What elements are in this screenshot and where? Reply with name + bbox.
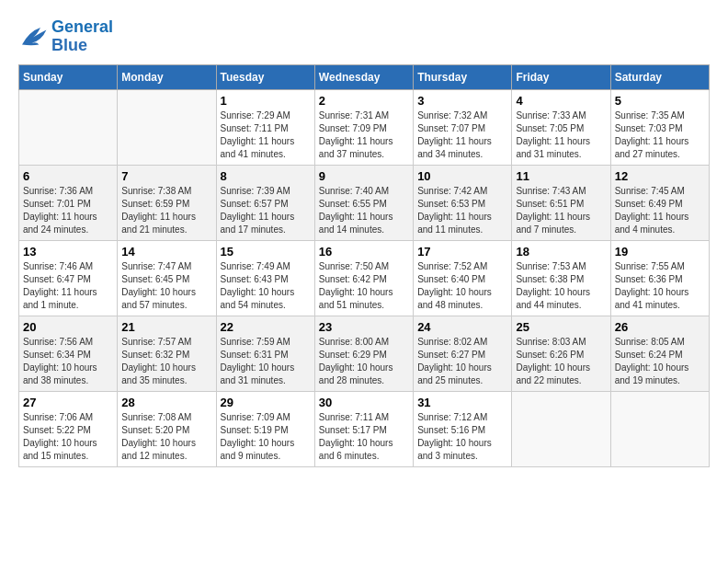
calendar-cell: 27Sunrise: 7:06 AM Sunset: 5:22 PM Dayli…: [19, 391, 118, 466]
weekday-header-saturday: Saturday: [610, 64, 709, 89]
calendar-cell: 17Sunrise: 7:52 AM Sunset: 6:40 PM Dayli…: [414, 240, 512, 316]
page-header: General Blue: [18, 18, 710, 55]
calendar-cell: 8Sunrise: 7:39 AM Sunset: 6:57 PM Daylig…: [216, 165, 314, 240]
day-number: 16: [319, 245, 409, 259]
calendar-week-5: 27Sunrise: 7:06 AM Sunset: 5:22 PM Dayli…: [19, 391, 710, 466]
day-info: Sunrise: 7:53 AM Sunset: 6:38 PM Dayligh…: [516, 260, 606, 312]
weekday-header-thursday: Thursday: [414, 64, 512, 89]
day-info: Sunrise: 7:59 AM Sunset: 6:31 PM Dayligh…: [221, 336, 311, 387]
calendar-cell: [19, 89, 118, 165]
day-number: 4: [516, 94, 606, 108]
calendar-cell: 29Sunrise: 7:09 AM Sunset: 5:19 PM Dayli…: [216, 391, 314, 466]
day-info: Sunrise: 7:47 AM Sunset: 6:45 PM Dayligh…: [121, 260, 211, 312]
day-info: Sunrise: 7:50 AM Sunset: 6:42 PM Dayligh…: [319, 260, 409, 312]
day-number: 7: [121, 169, 211, 183]
day-number: 29: [221, 396, 311, 409]
calendar-cell: 26Sunrise: 8:05 AM Sunset: 6:24 PM Dayli…: [610, 316, 709, 391]
calendar-week-3: 13Sunrise: 7:46 AM Sunset: 6:47 PM Dayli…: [19, 240, 710, 316]
day-info: Sunrise: 7:56 AM Sunset: 6:34 PM Dayligh…: [23, 336, 113, 387]
day-info: Sunrise: 8:00 AM Sunset: 6:29 PM Dayligh…: [319, 336, 409, 387]
day-info: Sunrise: 7:49 AM Sunset: 6:43 PM Dayligh…: [221, 260, 311, 312]
calendar-cell: 12Sunrise: 7:45 AM Sunset: 6:49 PM Dayli…: [610, 165, 709, 240]
calendar-cell: 3Sunrise: 7:32 AM Sunset: 7:07 PM Daylig…: [414, 89, 512, 165]
day-info: Sunrise: 7:42 AM Sunset: 6:53 PM Dayligh…: [417, 185, 507, 236]
day-info: Sunrise: 8:03 AM Sunset: 6:26 PM Dayligh…: [516, 336, 606, 387]
calendar-cell: 31Sunrise: 7:12 AM Sunset: 5:16 PM Dayli…: [414, 391, 512, 466]
calendar-cell: 4Sunrise: 7:33 AM Sunset: 7:05 PM Daylig…: [512, 89, 610, 165]
day-info: Sunrise: 7:43 AM Sunset: 6:51 PM Dayligh…: [516, 185, 606, 236]
calendar-cell: [118, 89, 216, 165]
calendar-cell: [512, 391, 610, 466]
day-number: 12: [615, 169, 705, 183]
calendar-cell: 5Sunrise: 7:35 AM Sunset: 7:03 PM Daylig…: [610, 89, 709, 165]
day-number: 3: [417, 94, 507, 108]
day-number: 17: [417, 245, 507, 259]
calendar-cell: [610, 391, 709, 466]
day-info: Sunrise: 7:35 AM Sunset: 7:03 PM Dayligh…: [615, 109, 705, 161]
day-info: Sunrise: 8:05 AM Sunset: 6:24 PM Dayligh…: [615, 336, 705, 387]
day-number: 1: [221, 94, 311, 108]
weekday-header-friday: Friday: [512, 64, 610, 89]
day-info: Sunrise: 7:55 AM Sunset: 6:36 PM Dayligh…: [615, 260, 705, 312]
day-number: 9: [319, 169, 409, 183]
day-number: 11: [516, 169, 606, 183]
day-info: Sunrise: 7:45 AM Sunset: 6:49 PM Dayligh…: [615, 185, 705, 236]
day-info: Sunrise: 7:09 AM Sunset: 5:19 PM Dayligh…: [221, 411, 311, 463]
weekday-header-wednesday: Wednesday: [314, 64, 413, 89]
day-info: Sunrise: 7:39 AM Sunset: 6:57 PM Dayligh…: [221, 185, 311, 236]
calendar-cell: 23Sunrise: 8:00 AM Sunset: 6:29 PM Dayli…: [314, 316, 413, 391]
day-number: 15: [221, 245, 311, 259]
calendar-cell: 20Sunrise: 7:56 AM Sunset: 6:34 PM Dayli…: [19, 316, 118, 391]
day-number: 10: [417, 169, 507, 183]
day-info: Sunrise: 7:31 AM Sunset: 7:09 PM Dayligh…: [319, 109, 409, 161]
calendar-cell: 16Sunrise: 7:50 AM Sunset: 6:42 PM Dayli…: [314, 240, 413, 316]
weekday-header-sunday: Sunday: [19, 64, 118, 89]
day-number: 22: [221, 320, 311, 334]
calendar-cell: 15Sunrise: 7:49 AM Sunset: 6:43 PM Dayli…: [216, 240, 314, 316]
day-info: Sunrise: 7:40 AM Sunset: 6:55 PM Dayligh…: [319, 185, 409, 236]
weekday-header-tuesday: Tuesday: [216, 64, 314, 89]
calendar-cell: 6Sunrise: 7:36 AM Sunset: 7:01 PM Daylig…: [19, 165, 118, 240]
day-number: 6: [23, 169, 113, 183]
day-info: Sunrise: 7:38 AM Sunset: 6:59 PM Dayligh…: [121, 185, 211, 236]
calendar-cell: 25Sunrise: 8:03 AM Sunset: 6:26 PM Dayli…: [512, 316, 610, 391]
day-info: Sunrise: 7:36 AM Sunset: 7:01 PM Dayligh…: [23, 185, 113, 236]
calendar-cell: 10Sunrise: 7:42 AM Sunset: 6:53 PM Dayli…: [414, 165, 512, 240]
logo: General Blue: [18, 18, 113, 55]
calendar-table: SundayMondayTuesdayWednesdayThursdayFrid…: [18, 64, 710, 467]
weekday-header-monday: Monday: [118, 64, 216, 89]
day-number: 25: [516, 320, 606, 334]
day-number: 23: [319, 320, 409, 334]
calendar-cell: 18Sunrise: 7:53 AM Sunset: 6:38 PM Dayli…: [512, 240, 610, 316]
day-info: Sunrise: 7:06 AM Sunset: 5:22 PM Dayligh…: [23, 411, 113, 463]
calendar-week-4: 20Sunrise: 7:56 AM Sunset: 6:34 PM Dayli…: [19, 316, 710, 391]
day-info: Sunrise: 7:52 AM Sunset: 6:40 PM Dayligh…: [417, 260, 507, 312]
calendar-cell: 13Sunrise: 7:46 AM Sunset: 6:47 PM Dayli…: [19, 240, 118, 316]
calendar-cell: 2Sunrise: 7:31 AM Sunset: 7:09 PM Daylig…: [314, 89, 413, 165]
day-info: Sunrise: 7:29 AM Sunset: 7:11 PM Dayligh…: [221, 109, 311, 161]
calendar-cell: 28Sunrise: 7:08 AM Sunset: 5:20 PM Dayli…: [118, 391, 216, 466]
day-number: 14: [121, 245, 211, 259]
calendar-week-2: 6Sunrise: 7:36 AM Sunset: 7:01 PM Daylig…: [19, 165, 710, 240]
day-number: 26: [615, 320, 705, 334]
day-info: Sunrise: 7:08 AM Sunset: 5:20 PM Dayligh…: [121, 411, 211, 463]
day-number: 31: [417, 396, 507, 409]
day-info: Sunrise: 7:46 AM Sunset: 6:47 PM Dayligh…: [23, 260, 113, 312]
day-number: 21: [121, 320, 211, 334]
calendar-cell: 11Sunrise: 7:43 AM Sunset: 6:51 PM Dayli…: [512, 165, 610, 240]
day-info: Sunrise: 7:32 AM Sunset: 7:07 PM Dayligh…: [417, 109, 507, 161]
day-info: Sunrise: 7:11 AM Sunset: 5:17 PM Dayligh…: [319, 411, 409, 463]
day-info: Sunrise: 7:33 AM Sunset: 7:05 PM Dayligh…: [516, 109, 606, 161]
calendar-cell: 14Sunrise: 7:47 AM Sunset: 6:45 PM Dayli…: [118, 240, 216, 316]
day-number: 5: [615, 94, 705, 108]
day-number: 24: [417, 320, 507, 334]
calendar-cell: 30Sunrise: 7:11 AM Sunset: 5:17 PM Dayli…: [314, 391, 413, 466]
calendar-cell: 7Sunrise: 7:38 AM Sunset: 6:59 PM Daylig…: [118, 165, 216, 240]
day-info: Sunrise: 7:12 AM Sunset: 5:16 PM Dayligh…: [417, 411, 507, 463]
day-number: 27: [23, 396, 113, 409]
calendar-cell: 21Sunrise: 7:57 AM Sunset: 6:32 PM Dayli…: [118, 316, 216, 391]
day-number: 13: [23, 245, 113, 259]
calendar-cell: 22Sunrise: 7:59 AM Sunset: 6:31 PM Dayli…: [216, 316, 314, 391]
day-number: 20: [23, 320, 113, 334]
day-number: 8: [221, 169, 311, 183]
